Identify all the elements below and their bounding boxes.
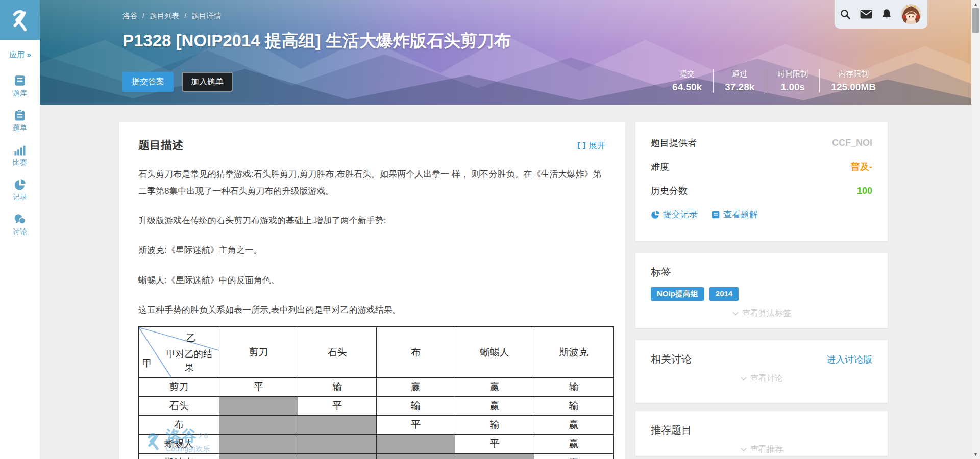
scrollbar-down-arrow[interactable]: ▼ xyxy=(971,452,980,457)
bell-icon xyxy=(881,9,892,20)
stat-memory-limit: 内存限制 125.00MB xyxy=(819,69,887,93)
table-col-header: 斯波克 xyxy=(534,327,614,378)
sidebar-item-label: 讨论 xyxy=(13,227,27,237)
show-recommendations-link[interactable]: 查看推荐 xyxy=(651,444,872,455)
messages-button[interactable] xyxy=(860,10,872,19)
submit-answer-button[interactable]: 提交答案 xyxy=(122,72,174,92)
table-cell: 输 xyxy=(534,378,614,397)
table-cell xyxy=(298,435,377,453)
breadcrumb-separator: / xyxy=(184,12,186,20)
problem-paragraph: 斯波克:《星际迷航》主角之一。 xyxy=(138,242,606,259)
scrollbar-thumb[interactable] xyxy=(972,8,979,33)
apps-label: 应用 xyxy=(9,50,24,59)
table-cell xyxy=(219,416,298,435)
sidebar-item-records[interactable]: 记录 xyxy=(0,176,40,205)
table-col-header: 蜥蜴人 xyxy=(455,327,534,378)
scrollbar-up-arrow[interactable]: ▲ xyxy=(971,2,980,7)
table-row-header: 蜥蜴人 xyxy=(139,435,219,453)
sidebar-item-problemset[interactable]: 题库 xyxy=(0,72,40,100)
table-cell xyxy=(377,435,455,453)
difficulty-value: 普及- xyxy=(851,161,872,173)
luogu-logo[interactable] xyxy=(0,0,40,40)
discussion-title: 相关讨论 xyxy=(651,352,692,366)
search-button[interactable] xyxy=(840,9,851,20)
mail-icon xyxy=(860,10,872,19)
table-cell xyxy=(298,453,377,459)
corner-label-yi: 乙 xyxy=(186,332,196,345)
problem-info-card: 题目提供者 CCF_NOI 难度 普及- 历史分数 100 提交记录 xyxy=(635,122,888,241)
add-to-list-button[interactable]: 加入题单 xyxy=(182,72,233,92)
link-label: 查看算法标签 xyxy=(742,308,791,319)
table-cell: 输 xyxy=(534,397,614,416)
luogu-logo-icon xyxy=(6,6,34,34)
luogu-problem-page: 应用 » 题库 题单 xyxy=(0,0,980,459)
expand-button[interactable]: 展开 xyxy=(577,140,606,151)
table-cell: 赢 xyxy=(455,378,534,397)
problem-paragraph: 石头剪刀布是常见的猜拳游戏:石头胜剪刀,剪刀胜布,布胜石头。如果两个人出拳一 样… xyxy=(138,166,606,199)
table-cell: 平 xyxy=(298,397,377,416)
tag-list: NOIp提高组 2014 xyxy=(651,287,872,301)
discussion-card: 相关讨论 进入讨论版 查看讨论 xyxy=(635,340,888,403)
book-icon xyxy=(711,210,720,219)
show-discussions-link[interactable]: 查看讨论 xyxy=(651,373,872,384)
sidebar-item-problem-list[interactable]: 题单 xyxy=(0,107,40,135)
info-links: 提交记录 查看题解 xyxy=(651,209,872,220)
table-cell xyxy=(219,435,298,453)
submission-records-link[interactable]: 提交记录 xyxy=(651,209,698,220)
stat-label: 内存限制 xyxy=(831,69,876,79)
stat-label: 时间限制 xyxy=(777,69,808,79)
view-solutions-link[interactable]: 查看题解 xyxy=(711,209,758,220)
stat-time-limit: 时间限制 1.00s xyxy=(766,69,819,93)
breadcrumb-separator: / xyxy=(142,12,144,20)
problem-paragraph: 这五种手势的胜负关系如表一所示,表中列出的是甲对乙的游戏结果。 xyxy=(138,301,606,318)
stat-value: 37.28k xyxy=(725,82,754,93)
result-table: 乙 甲对乙的结果 甲 剪刀 石头 布 蜥蜴人 斯波克 剪刀 平 输 赢 赢 xyxy=(138,326,614,459)
avatar-image xyxy=(901,4,921,24)
vertical-scrollbar[interactable]: ▲ ▼ xyxy=(971,0,980,459)
problem-description-card: 题目描述 展开 石头剪刀布是常见的猜拳游戏:石头胜剪刀,剪刀胜布,布胜石头。如果… xyxy=(119,122,625,459)
section-header: 题目描述 展开 xyxy=(138,138,606,153)
notifications-button[interactable] xyxy=(881,9,892,20)
breadcrumb-problem-detail[interactable]: 题目详情 xyxy=(191,12,221,20)
show-algorithm-tags-link[interactable]: 查看算法标签 xyxy=(651,308,872,319)
recommend-title: 推荐题目 xyxy=(651,423,872,437)
stat-value: 125.00MB xyxy=(831,82,876,93)
corner-label-jia: 甲 xyxy=(142,357,152,370)
table-col-header: 布 xyxy=(377,327,455,378)
bar-chart-icon xyxy=(14,144,26,156)
user-avatar[interactable] xyxy=(901,4,921,24)
tag-2014[interactable]: 2014 xyxy=(709,287,739,301)
section-title: 题目描述 xyxy=(138,138,183,153)
sidebar-apps[interactable]: 应用 » xyxy=(0,50,40,60)
table-cell: 赢 xyxy=(534,435,614,453)
breadcrumb-home[interactable]: 洛谷 xyxy=(122,12,137,20)
tags-card: 标签 NOIp提高组 2014 查看算法标签 xyxy=(635,253,888,328)
table-cell: 赢 xyxy=(534,416,614,435)
link-label: 提交记录 xyxy=(663,209,698,220)
enter-discussion-link[interactable]: 进入讨论版 xyxy=(826,353,872,366)
clipboard-icon xyxy=(14,109,26,121)
sidebar-item-label: 题库 xyxy=(13,89,27,98)
sidebar-item-discuss[interactable]: 讨论 xyxy=(0,211,40,239)
stat-label: 提交 xyxy=(672,69,702,79)
chat-bubbles-icon xyxy=(14,213,26,225)
info-label: 历史分数 xyxy=(651,185,688,197)
link-label: 查看题解 xyxy=(723,209,758,220)
table-cell xyxy=(455,453,534,459)
table-cell: 输 xyxy=(455,416,534,435)
problem-paragraph: 蜥蜴人:《星际迷航》中的反面角色。 xyxy=(138,272,606,289)
table-cell: 平 xyxy=(219,378,298,397)
tag-noip[interactable]: NOIp提高组 xyxy=(651,287,704,301)
table-corner-cell: 乙 甲对乙的结果 甲 xyxy=(139,327,219,378)
left-sidebar: 应用 » 题库 题单 xyxy=(0,0,40,459)
header-buttons: 提交答案 加入题单 xyxy=(122,72,233,92)
sidebar-item-contest[interactable]: 比赛 xyxy=(0,141,40,170)
table-cell: 平 xyxy=(455,435,534,453)
problem-paragraph: 升级版游戏在传统的石头剪刀布游戏的基础上,增加了两个新手势: xyxy=(138,212,606,229)
chevron-down-icon xyxy=(740,447,747,452)
stat-accepted: 通过 37.28k xyxy=(713,69,766,93)
breadcrumb: 洛谷 / 题目列表 / 题目详情 xyxy=(122,11,221,21)
table-cell: 输 xyxy=(377,397,455,416)
recommend-card: 推荐题目 查看推荐 xyxy=(635,411,888,456)
breadcrumb-problem-list[interactable]: 题目列表 xyxy=(150,12,179,20)
